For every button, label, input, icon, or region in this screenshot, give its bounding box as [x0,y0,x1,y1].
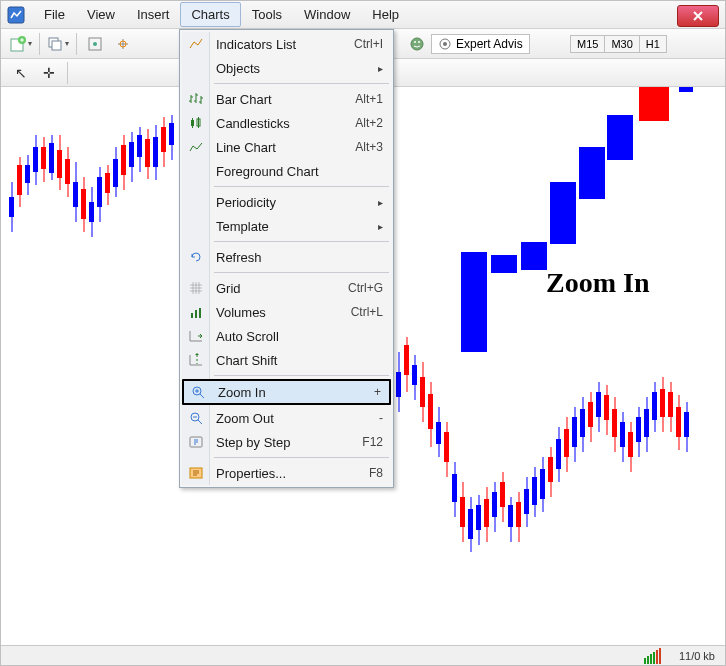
properties-icon [186,463,206,483]
expert-icon-button[interactable] [405,32,429,56]
profiles-button[interactable]: ▾ [46,32,70,56]
line-chart-icon [186,137,206,157]
svg-point-8 [411,38,423,50]
grid-icon [186,278,206,298]
cursor-tool[interactable]: ↖ [9,61,33,85]
crosshair-icon: ✛ [43,65,55,81]
bar-chart-icon [186,89,206,109]
svg-point-6 [93,42,97,46]
submenu-arrow-icon: ▸ [378,63,383,74]
navigator-button[interactable] [111,32,135,56]
menu-tools[interactable]: Tools [241,2,293,27]
svg-point-9 [414,41,416,43]
chart-shift-icon [186,350,206,370]
expert-advisors-button[interactable]: Expert Advis [431,34,530,54]
menu-item-foreground-chart[interactable]: Foreground Chart [182,159,391,183]
svg-rect-19 [199,308,201,318]
menu-item-volumes[interactable]: Volumes Ctrl+L [182,300,391,324]
dropdown-arrow-icon: ▾ [65,39,69,48]
timeframe-m15[interactable]: M15 [570,35,605,53]
menu-item-template[interactable]: Template ▸ [182,214,391,238]
svg-rect-4 [52,41,61,50]
new-chart-button[interactable]: ▾ [9,32,33,56]
menu-help[interactable]: Help [361,2,410,27]
menu-item-zoom-out[interactable]: Zoom Out - [182,406,391,430]
zoom-in-icon [188,382,208,402]
svg-point-12 [443,42,447,46]
menu-window[interactable]: Window [293,2,361,27]
svg-point-10 [418,41,420,43]
connection-signal-icon [644,648,661,664]
menu-view[interactable]: View [76,2,126,27]
menu-item-indicators-list[interactable]: Indicators List Ctrl+I [182,32,391,56]
charts-dropdown-menu: Indicators List Ctrl+I Objects ▸ Bar Cha… [179,29,394,488]
window-close-button[interactable] [677,5,719,27]
menu-item-candlesticks[interactable]: Candlesticks Alt+2 [182,111,391,135]
timeframe-m30[interactable]: M30 [604,35,639,53]
candlesticks-icon [186,113,206,133]
timeframe-h1[interactable]: H1 [639,35,667,53]
menu-item-properties[interactable]: Properties... F8 [182,461,391,485]
menu-item-step-by-step[interactable]: Step by Step F12 [182,430,391,454]
gear-icon [438,37,452,51]
menu-item-chart-shift[interactable]: Chart Shift [182,348,391,372]
refresh-icon [186,247,206,267]
submenu-arrow-icon: ▸ [378,221,383,232]
toolbar-separator [39,33,40,55]
zoom-out-icon [186,408,206,428]
menu-charts[interactable]: Charts [180,2,240,27]
zoom-in-annotation: Zoom In [546,267,649,299]
menu-item-bar-chart[interactable]: Bar Chart Alt+1 [182,87,391,111]
status-bar: 11/0 kb [1,645,725,665]
status-kb: 11/0 kb [679,650,715,662]
auto-scroll-icon [186,326,206,346]
volumes-icon [186,302,206,322]
menu-item-objects[interactable]: Objects ▸ [182,56,391,80]
menu-item-refresh[interactable]: Refresh [182,245,391,269]
menu-item-grid[interactable]: Grid Ctrl+G [182,276,391,300]
crosshair-tool[interactable]: ✛ [37,61,61,85]
submenu-arrow-icon: ▸ [378,197,383,208]
step-icon [186,432,206,452]
cursor-icon: ↖ [15,65,27,81]
menu-item-periodicity[interactable]: Periodicity ▸ [182,190,391,214]
menu-item-line-chart[interactable]: Line Chart Alt+3 [182,135,391,159]
menu-insert[interactable]: Insert [126,2,181,27]
menu-item-auto-scroll[interactable]: Auto Scroll [182,324,391,348]
indicators-icon [186,34,206,54]
menu-file[interactable]: File [33,2,76,27]
svg-rect-17 [191,313,193,318]
svg-rect-18 [195,310,197,318]
dropdown-arrow-icon: ▾ [28,39,32,48]
menubar: File View Insert Charts Tools Window Hel… [1,1,725,29]
menu-item-zoom-in[interactable]: Zoom In + [182,379,391,405]
app-icon [7,6,25,24]
toolbar-separator [76,33,77,55]
market-watch-button[interactable] [83,32,107,56]
toolbar-separator [67,62,68,84]
